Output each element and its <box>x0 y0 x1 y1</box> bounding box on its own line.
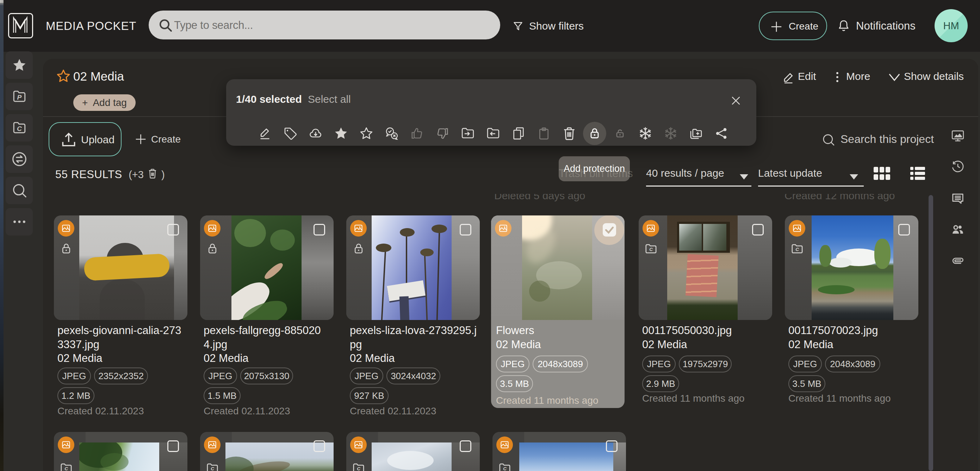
svg-text:C: C <box>211 466 214 471</box>
svg-text:C: C <box>17 125 22 132</box>
svg-text:C: C <box>64 466 68 471</box>
svg-text:C: C <box>649 247 653 252</box>
svg-text:C: C <box>357 466 360 471</box>
svg-text:C: C <box>503 466 507 471</box>
svg-text:P: P <box>17 94 21 101</box>
svg-text:C: C <box>795 247 799 252</box>
